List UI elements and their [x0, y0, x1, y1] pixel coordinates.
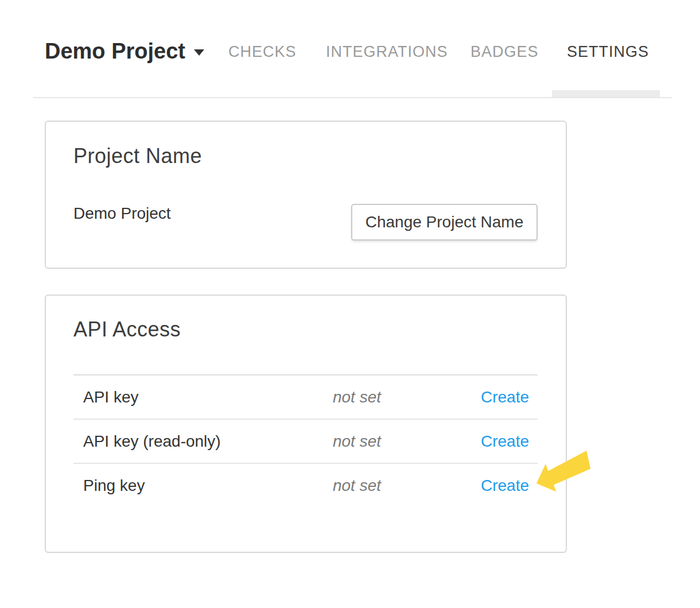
tab-integrations[interactable]: INTEGRATIONS — [326, 42, 448, 61]
project-name-card: Project Name Demo Project Change Project… — [45, 121, 567, 269]
current-project-name: Demo Project — [73, 203, 171, 224]
table-row-api-key: API key not set Create — [73, 375, 538, 420]
tab-badges[interactable]: BADGES — [470, 42, 539, 61]
ping-key-label: Ping key — [73, 477, 285, 495]
api-keys-table: API key not set Create API key (read-onl… — [73, 374, 538, 507]
table-row-ping-key: Ping key not set Create — [73, 464, 538, 507]
api-access-card: API Access API key not set Create API ke… — [45, 295, 567, 553]
project-name-card-title: Project Name — [73, 144, 202, 169]
change-project-name-button[interactable]: Change Project Name — [351, 204, 538, 241]
create-api-key-link[interactable]: Create — [481, 388, 529, 406]
tab-settings[interactable]: SETTINGS — [567, 42, 649, 61]
create-api-key-readonly-link[interactable]: Create — [481, 432, 529, 450]
nav-divider — [33, 97, 672, 98]
project-title: Demo Project — [45, 38, 185, 64]
table-row-api-key-readonly: API key (read-only) not set Create — [73, 420, 538, 464]
api-key-readonly-value: not set — [285, 432, 429, 451]
ping-key-value: not set — [285, 477, 429, 495]
api-access-card-title: API Access — [73, 317, 181, 342]
settings-page: Demo Project CHECKS INTEGRATIONS BADGES … — [0, 0, 700, 608]
tab-checks[interactable]: CHECKS — [228, 42, 297, 61]
api-key-label: API key — [73, 388, 285, 406]
chevron-down-icon — [194, 49, 204, 56]
project-selector-dropdown[interactable]: Demo Project — [45, 38, 204, 64]
create-ping-key-link[interactable]: Create — [481, 477, 529, 494]
api-key-value: not set — [285, 388, 429, 406]
api-key-readonly-label: API key (read-only) — [73, 432, 285, 451]
